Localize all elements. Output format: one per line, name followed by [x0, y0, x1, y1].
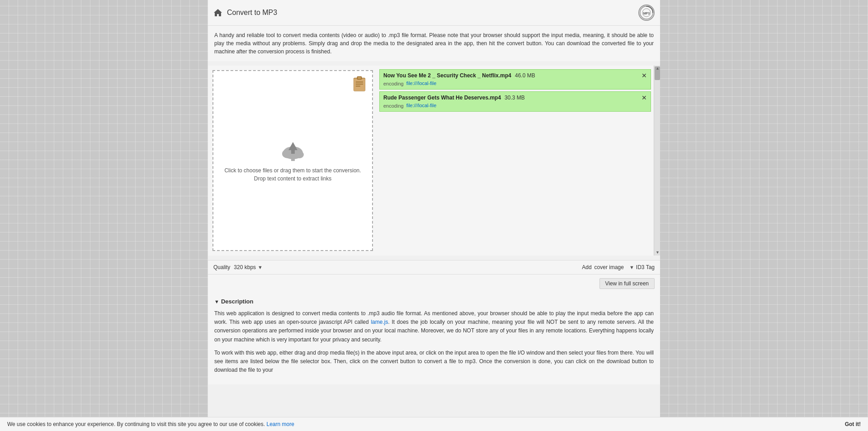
svg-rect-13: [291, 156, 295, 161]
cookie-message: We use cookies to enhance your experienc…: [7, 421, 265, 427]
desc-title: Description: [221, 298, 254, 305]
add-cover-button[interactable]: Add: [582, 264, 591, 270]
scrollbar[interactable]: ▲ ▼: [654, 66, 660, 256]
home-icon[interactable]: [213, 9, 222, 17]
fullscreen-row: View in full screen: [208, 275, 660, 293]
quality-dropdown-arrow[interactable]: ▼: [258, 265, 263, 270]
quality-label: Quality: [213, 264, 230, 270]
id3-arrow-icon: ▼: [629, 265, 634, 270]
cookie-text: We use cookies to enhance your experienc…: [7, 421, 294, 427]
encoding-label: encoding: [383, 103, 404, 109]
description-toggle[interactable]: ▼ Description: [214, 298, 654, 305]
mp3-logo: MP3: [638, 5, 655, 21]
file-size: 46.0 MB: [515, 72, 535, 79]
id3-tag-section: ▼ ID3 Tag: [629, 264, 655, 270]
svg-marker-16: [288, 142, 297, 150]
file-close-button[interactable]: ✕: [640, 94, 649, 102]
drop-text: Click to choose files or drag them to st…: [213, 166, 372, 183]
converter-section: Click to choose files or drag them to st…: [208, 66, 660, 256]
cover-image-label: cover image: [594, 264, 624, 270]
lame-link[interactable]: lame.js: [371, 319, 388, 325]
files-panel: Now You See Me 2 _ Security Check _ Netf…: [377, 66, 660, 256]
description-section: ▼ Description This web application is de…: [208, 293, 660, 384]
intro-description: A handy and reliable tool to convert med…: [208, 26, 660, 61]
id3-tag-label: ID3 Tag: [636, 264, 655, 270]
file-item: Now You See Me 2 _ Security Check _ Netf…: [379, 69, 651, 90]
svg-rect-6: [358, 77, 361, 79]
quality-wrapper: Quality 320 kbps ▼: [213, 264, 582, 270]
got-it-button[interactable]: Got it!: [845, 421, 861, 427]
svg-point-12: [295, 151, 304, 158]
cover-image-section: Add cover image: [582, 264, 624, 270]
file-item: Rude Passenger Gets What He Deserves.mp4…: [379, 91, 651, 112]
quality-value: 320 kbps: [234, 264, 256, 270]
clipboard-icon: [351, 76, 368, 93]
file-size: 30.3 MB: [505, 95, 525, 101]
cookie-bar: We use cookies to enhance your experienc…: [0, 417, 868, 431]
header: Convert to MP3 MP3: [208, 0, 660, 26]
svg-text:MP3: MP3: [643, 12, 650, 15]
file-name: Now You See Me 2 _ Security Check _ Netf…: [383, 72, 511, 79]
file-path: file:///local-file: [406, 81, 437, 86]
svg-rect-4: [354, 79, 365, 91]
file-name: Rude Passenger Gets What He Deserves.mp4: [383, 95, 501, 101]
bottom-controls: Quality 320 kbps ▼ Add cover image ▼ ID3…: [208, 260, 660, 275]
page-title: Convert to MP3: [227, 9, 638, 17]
upload-cloud-icon: [279, 138, 307, 161]
desc-arrow-icon: ▼: [214, 299, 219, 304]
file-close-button[interactable]: ✕: [640, 71, 649, 80]
learn-more-link[interactable]: Learn more: [266, 421, 294, 427]
drop-area[interactable]: Click to choose files or drag them to st…: [212, 70, 373, 251]
intro-text: A handy and reliable tool to convert med…: [214, 32, 654, 55]
view-fullscreen-button[interactable]: View in full screen: [599, 278, 655, 289]
file-path: file:///local-file: [406, 103, 437, 108]
desc-paragraph-1: This web application is designed to conv…: [214, 309, 654, 344]
desc-paragraph-2: To work with this web app, either drag a…: [214, 349, 654, 375]
encoding-label: encoding: [383, 81, 404, 86]
main-container: Convert to MP3 MP3 A handy and reliable …: [208, 0, 660, 431]
